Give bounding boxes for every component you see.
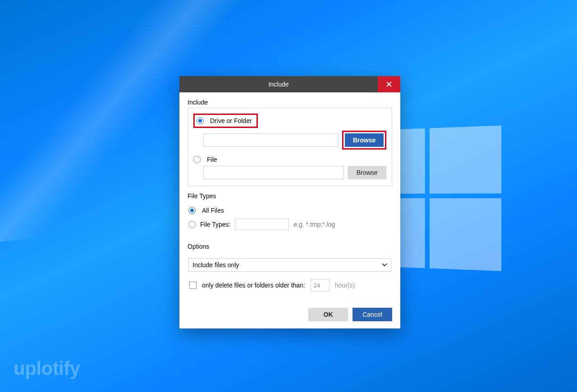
- radio-drive-or-folder[interactable]: [197, 117, 204, 124]
- older-than-label: only delete files or folders older than:: [202, 282, 305, 289]
- file-types-section-label: File Types: [188, 192, 392, 200]
- radio-file[interactable]: [193, 156, 201, 163]
- file-types-hint: e.g. *.tmp;*.log: [293, 221, 335, 228]
- include-section: Drive or Folder Browse File Browse: [188, 108, 392, 186]
- include-dialog: Include Include Drive or Folder: [179, 76, 400, 328]
- highlight-browse-button: Browse: [342, 131, 386, 150]
- close-button[interactable]: [378, 76, 400, 92]
- titlebar: Include: [179, 76, 400, 92]
- radio-file-types[interactable]: [188, 221, 196, 228]
- options-section-label: Options: [188, 243, 392, 250]
- radio-file-label: File: [207, 156, 217, 163]
- highlight-drive-or-folder: Drive or Folder: [193, 114, 258, 128]
- browse-drive-or-folder-button[interactable]: Browse: [345, 133, 384, 147]
- browse-file-button[interactable]: Browse: [348, 166, 386, 179]
- options-section: Include files only only delete files or …: [188, 252, 392, 298]
- file-path-input[interactable]: [203, 166, 344, 179]
- radio-drive-or-folder-label: Drive or Folder: [210, 117, 252, 124]
- older-than-unit: hour(s): [335, 282, 355, 289]
- watermark: uplotify: [14, 358, 80, 379]
- radio-all-files-label: All Files: [202, 207, 224, 214]
- file-types-input[interactable]: [235, 219, 289, 230]
- include-section-label: Include: [188, 99, 392, 106]
- radio-all-files[interactable]: [188, 207, 196, 214]
- drive-or-folder-path-input[interactable]: [203, 133, 339, 147]
- dialog-button-row: OK Cancel: [188, 308, 392, 321]
- cancel-button[interactable]: Cancel: [353, 308, 392, 321]
- radio-file-types-label: File Types:: [200, 221, 230, 228]
- older-than-value-input[interactable]: [311, 279, 330, 292]
- close-icon: [386, 82, 392, 87]
- desktop-background: uplotify Include Include Drive or Folder: [0, 0, 577, 392]
- dialog-title: Include: [179, 76, 378, 92]
- older-than-checkbox[interactable]: [189, 282, 197, 289]
- file-types-section: All Files File Types: e.g. *.tmp;*.log: [188, 201, 392, 237]
- options-select[interactable]: Include files only: [188, 258, 391, 272]
- ok-button[interactable]: OK: [308, 308, 348, 321]
